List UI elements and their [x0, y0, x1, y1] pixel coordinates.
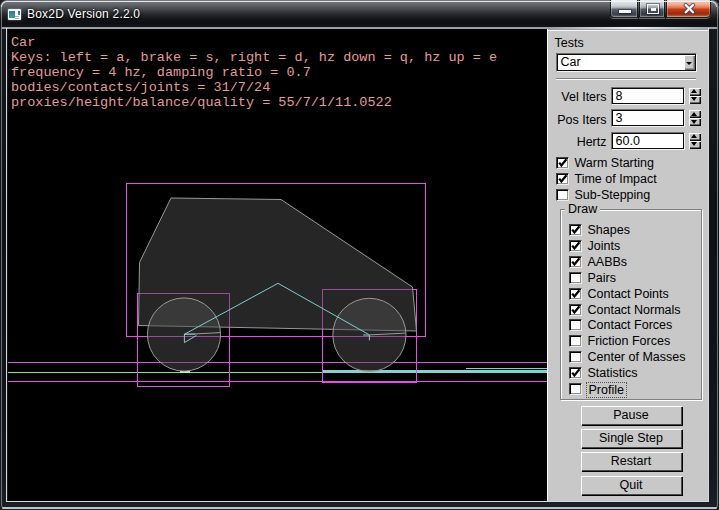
svg-text:proxies/height/balance/quality: proxies/height/balance/quality = 55/7/1/… [11, 95, 392, 110]
svg-text:bodies/contacts/joints = 31/7/: bodies/contacts/joints = 31/7/24 [11, 80, 270, 95]
svg-text:frequency = 4 hz, damping rati: frequency = 4 hz, damping ratio = 0.7 [11, 65, 311, 80]
svg-text:Car: Car [11, 35, 35, 50]
svg-text:Keys: left = a, brake = s, rig: Keys: left = a, brake = s, right = d, hz… [11, 50, 497, 65]
